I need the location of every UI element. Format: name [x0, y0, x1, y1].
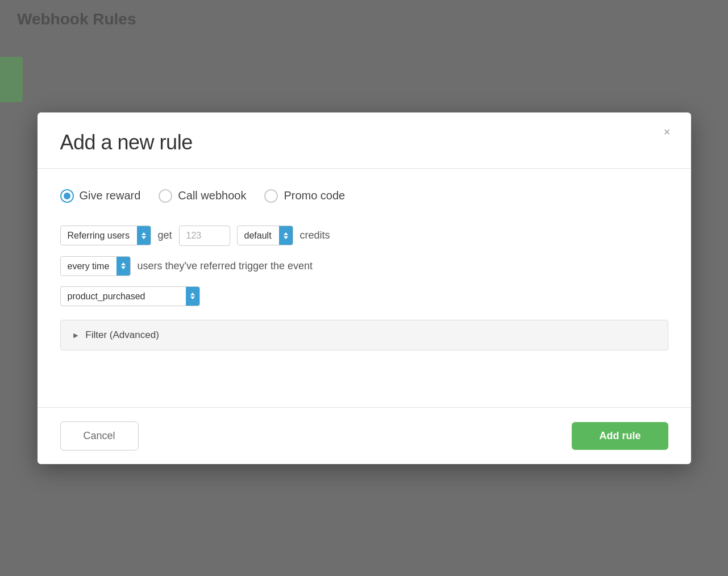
rule-type-radio-group: Give reward Call webhook Promo code [60, 189, 668, 203]
arrow-down-icon [142, 236, 146, 239]
radio-circle-promo-code [264, 189, 278, 203]
radio-label-give-reward: Give reward [80, 189, 141, 202]
credits-type-select-arrow[interactable] [279, 226, 293, 245]
amount-input[interactable] [179, 226, 230, 246]
arrow-down-icon-3 [121, 266, 126, 269]
credits-type-select-wrapper[interactable]: default [237, 226, 293, 245]
chevron-right-icon: ► [72, 331, 80, 340]
event-select[interactable]: product_purchased signup purchase [61, 287, 186, 306]
radio-label-promo-code: Promo code [284, 189, 345, 202]
radio-promo-code[interactable]: Promo code [264, 189, 345, 203]
modal-footer: Cancel Add rule [38, 407, 691, 464]
who-select[interactable]: Referring users Referred users [61, 226, 137, 245]
arrow-up-icon-2 [284, 232, 288, 235]
radio-circle-give-reward [60, 189, 74, 203]
filter-toggle-button[interactable]: ► Filter (Advanced) [61, 320, 668, 350]
modal-overlay: Add a new rule × Give reward Call webhoo… [0, 0, 728, 576]
add-rule-button[interactable]: Add rule [572, 422, 668, 450]
event-select-arrow[interactable] [186, 287, 199, 306]
cancel-button[interactable]: Cancel [60, 421, 139, 450]
filter-label: Filter (Advanced) [85, 329, 159, 341]
modal-header: Add a new rule × [38, 112, 691, 169]
arrow-up-icon-4 [190, 293, 195, 295]
timing-select-arrow[interactable] [117, 257, 130, 276]
add-rule-modal: Add a new rule × Give reward Call webhoo… [38, 112, 691, 464]
radio-give-reward[interactable]: Give reward [60, 189, 141, 203]
get-label: get [158, 229, 172, 241]
timing-select-wrapper[interactable]: every time first time [60, 256, 131, 276]
close-button[interactable]: × [659, 124, 675, 140]
radio-circle-call-webhook [159, 189, 172, 203]
arrow-down-icon-2 [284, 236, 288, 239]
who-select-arrow[interactable] [137, 226, 151, 245]
credits-type-select[interactable]: default [238, 226, 279, 245]
credits-label: credits [300, 229, 330, 241]
modal-body: Give reward Call webhook Promo code Refe… [38, 169, 691, 407]
reward-form-row-3: product_purchased signup purchase [60, 286, 668, 306]
filter-section: ► Filter (Advanced) [60, 320, 668, 350]
reward-form-row-1: Referring users Referred users get defau… [60, 226, 668, 246]
timing-suffix: users they've referred trigger the event [138, 260, 313, 272]
arrow-up-icon [142, 232, 146, 235]
timing-select[interactable]: every time first time [61, 257, 117, 276]
who-select-wrapper[interactable]: Referring users Referred users [60, 226, 151, 245]
reward-form-row-2: every time first time users they've refe… [60, 256, 668, 276]
arrow-up-icon-3 [121, 262, 126, 265]
modal-title: Add a new rule [60, 131, 668, 155]
radio-label-call-webhook: Call webhook [178, 189, 246, 202]
arrow-down-icon-4 [190, 297, 195, 299]
event-select-wrapper[interactable]: product_purchased signup purchase [60, 286, 200, 306]
radio-call-webhook[interactable]: Call webhook [159, 189, 246, 203]
